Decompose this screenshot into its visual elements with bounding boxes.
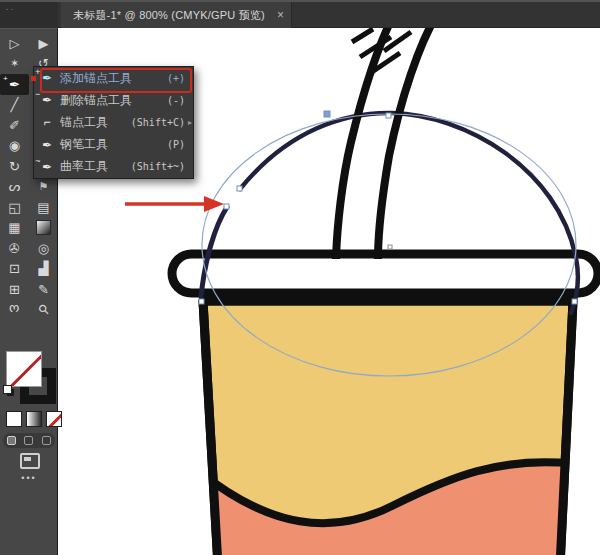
direct-selection-tool-icon[interactable]: ▶ xyxy=(29,33,58,54)
paintbrush-tool-icon[interactable]: ✐ xyxy=(0,115,29,136)
pin-tool-icon[interactable]: ⚑ xyxy=(29,177,58,198)
delete-anchor-pen-icon: −✒ xyxy=(34,93,60,107)
toolbar-more-button[interactable]: ••• xyxy=(0,473,58,483)
default-fill-stroke-button[interactable] xyxy=(3,385,15,397)
blob-brush-tool-icon[interactable]: ◉ xyxy=(0,136,29,157)
flyout-tearoff-arrow[interactable]: ▸ xyxy=(188,118,192,127)
add-anchor-pen-icon: +✒ xyxy=(34,71,60,85)
gradient-mode-chip[interactable] xyxy=(26,411,42,427)
pen-tool-active-icon[interactable]: +✒ xyxy=(0,74,29,95)
slice-tool-icon[interactable]: ✎ xyxy=(29,279,58,300)
none-mode-chip[interactable] xyxy=(46,411,62,427)
curvature-pen-icon: ~✒ xyxy=(34,160,60,174)
color-mode-chip[interactable] xyxy=(6,411,22,427)
draw-inside-icon[interactable] xyxy=(42,436,51,445)
window-top-edge xyxy=(0,0,600,2)
menu-item-pen-tool[interactable]: ✒ 钢笔工具 (P) xyxy=(34,134,193,156)
perspective-grid-tool-icon[interactable]: ▤ xyxy=(29,197,58,218)
hand-tool-icon[interactable]: ω xyxy=(0,300,29,321)
anchor-point[interactable] xyxy=(199,299,204,304)
anchor-point[interactable] xyxy=(572,299,577,304)
pen-tool-icon: ✒ xyxy=(34,138,60,152)
anchor-point-arrow-target[interactable] xyxy=(224,204,229,209)
menu-item-curvature-tool[interactable]: ~✒ 曲率工具 (Shift+~) xyxy=(34,156,193,178)
line-segment-tool-icon[interactable]: ╱ xyxy=(0,95,29,116)
document-tab-title: 未标题-1* @ 800% (CMYK/GPU 预览) xyxy=(73,8,265,23)
menu-item-delete-anchor[interactable]: −✒ 删除锚点工具 (-) xyxy=(34,89,193,111)
gradient-chip xyxy=(36,220,51,235)
fill-color-chip-none[interactable] xyxy=(6,351,42,387)
annotation-red-dot xyxy=(31,76,36,81)
anchor-point[interactable] xyxy=(237,186,242,191)
screen-mode-button[interactable] xyxy=(20,453,40,469)
column-graph-tool-icon[interactable]: ▟ xyxy=(29,259,58,280)
menu-item-anchor-point-tool[interactable]: ⌐ 锚点工具 (Shift+C) xyxy=(34,111,193,133)
artboard-tool-icon[interactable]: ⊞ xyxy=(0,279,29,300)
anchor-point-filled[interactable] xyxy=(324,111,330,117)
document-tab-bar: 未标题-1* @ 800% (CMYK/GPU 预览) × xyxy=(58,0,600,28)
toolbar-grip[interactable]: .. xyxy=(6,2,15,12)
draw-behind-icon[interactable] xyxy=(24,436,33,445)
shape-builder-tool-icon[interactable]: ◱ xyxy=(0,197,29,218)
ellipse-center-point xyxy=(388,245,392,249)
menu-item-add-anchor[interactable]: +✒ 添加锚点工具 (+) xyxy=(34,67,193,89)
eyedropper-tool-icon[interactable]: ✇ xyxy=(0,238,29,259)
cup-lid-rim-shape[interactable] xyxy=(172,254,598,293)
draw-normal-icon[interactable] xyxy=(7,436,16,445)
selection-tool-icon[interactable]: ▷ xyxy=(0,33,29,54)
symbol-sprayer-tool-icon[interactable]: ◎ xyxy=(29,238,58,259)
pen-tool-flyout-menu: +✒ 添加锚点工具 (+) −✒ 删除锚点工具 (-) ⌐ 锚点工具 (Shif… xyxy=(33,66,194,179)
tab-close-icon[interactable]: × xyxy=(277,9,284,21)
magic-wand-tool-icon[interactable]: ✶ xyxy=(0,54,29,75)
document-tab[interactable]: 未标题-1* @ 800% (CMYK/GPU 预览) × xyxy=(61,2,292,28)
zoom-tool-icon[interactable]: ⚲ xyxy=(29,300,58,321)
gradient-tool-icon[interactable] xyxy=(29,218,58,239)
anchor-point-tool-icon: ⌐ xyxy=(34,115,60,129)
rotate-tool-icon[interactable]: ↻ xyxy=(0,156,29,177)
mesh-tool-icon[interactable]: ▦ xyxy=(0,218,29,239)
anchor-point[interactable] xyxy=(386,113,391,118)
draw-mode-switcher[interactable] xyxy=(3,433,55,448)
toolbar-header: .. xyxy=(0,0,58,28)
touch-type-tool-icon[interactable]: ⊡ xyxy=(0,259,29,280)
free-transform-tool-icon[interactable]: ᔕ xyxy=(0,177,29,198)
